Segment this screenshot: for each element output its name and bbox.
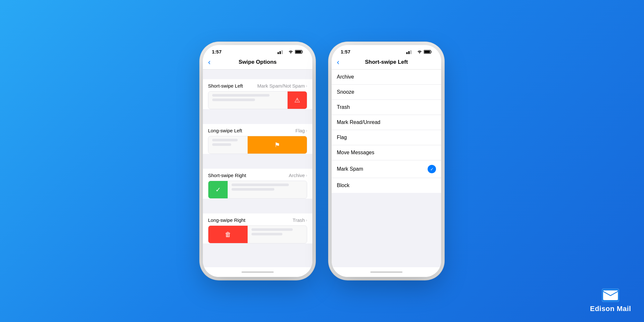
mail-icon: [602, 289, 619, 302]
preview-lines-1: [208, 91, 288, 104]
nav-bar-right: ‹ Short-swipe Left: [332, 57, 441, 70]
list-section: Archive Snooze Trash Mark Read/Unread Fl…: [332, 70, 441, 193]
short-swipe-left-action: ⚠: [288, 91, 307, 109]
battery-icon-left: [295, 50, 303, 54]
list-item-block-label: Block: [337, 183, 349, 188]
svg-rect-6: [406, 52, 408, 54]
long-swipe-right-header[interactable]: Long-swipe Right Trash ›: [203, 213, 312, 225]
chevron-icon-3: ›: [306, 173, 307, 178]
long-swipe-right-label: Long-swipe Right: [208, 217, 245, 223]
list-item-mark-read[interactable]: Mark Read/Unread: [332, 115, 441, 130]
status-icons-right: [406, 50, 432, 54]
back-button-left[interactable]: ‹: [208, 58, 211, 67]
svg-rect-2: [281, 50, 283, 54]
long-swipe-left-value: Flag ›: [295, 128, 307, 133]
long-swipe-left-group: Long-swipe Left Flag › ⚑: [203, 124, 312, 154]
long-swipe-left-preview: ⚑: [208, 136, 307, 154]
short-swipe-left-label: Short-swipe Left: [208, 83, 243, 89]
preview-content-3: [228, 181, 307, 198]
list-item-move-messages-label: Move Messages: [337, 150, 374, 156]
nav-title-left: Swipe Options: [239, 59, 277, 65]
svg-rect-4: [302, 51, 303, 52]
svg-rect-7: [408, 51, 410, 54]
phone-right: 1:57 ‹: [332, 45, 441, 277]
long-swipe-left-header[interactable]: Long-swipe Left Flag ›: [203, 124, 312, 136]
nav-title-right: Short-swipe Left: [365, 59, 408, 65]
signal-bars-right: [406, 50, 415, 54]
status-icons-left: [278, 50, 303, 54]
list-item-trash-label: Trash: [337, 104, 350, 110]
home-indicator-left: [203, 267, 312, 277]
back-button-right[interactable]: ‹: [337, 58, 339, 67]
preview-content-4: [248, 226, 307, 243]
trash-icon: 🗑: [225, 231, 231, 238]
content-right: Archive Snooze Trash Mark Read/Unread Fl…: [332, 70, 441, 267]
list-item-trash[interactable]: Trash: [332, 100, 441, 115]
long-swipe-left-action: ⚑: [248, 136, 307, 154]
preview-lines-3: [228, 181, 307, 193]
wifi-icon-left: [288, 50, 293, 54]
chevron-icon-4: ›: [306, 218, 307, 223]
short-swipe-right-value: Archive ›: [289, 173, 307, 178]
svg-rect-10: [431, 51, 432, 52]
long-swipe-right-group: Long-swipe Right Trash › 🗑: [203, 213, 312, 243]
svg-rect-11: [424, 51, 430, 53]
list-item-flag-label: Flag: [337, 135, 347, 140]
brand-name-label: Edison Mail: [590, 305, 631, 313]
long-swipe-right-preview: 🗑: [208, 225, 307, 243]
nav-bar-left: ‹ Swipe Options: [203, 57, 312, 70]
branding: Edison Mail: [590, 289, 631, 313]
battery-icon-right: [424, 50, 432, 54]
selected-checkmark: ✓: [428, 165, 436, 173]
list-item-move-messages[interactable]: Move Messages: [332, 145, 441, 160]
preview-line-1a: [212, 94, 270, 97]
section-gap-1: [203, 70, 312, 79]
warning-icon: ⚠: [294, 96, 300, 104]
short-swipe-left-group: Short-swipe Left Mark Spam/Not Spam › ⚠: [203, 79, 312, 109]
list-item-snooze-label: Snooze: [337, 89, 354, 95]
status-time-left: 1:57: [212, 49, 222, 54]
list-item-mark-spam[interactable]: Mark Spam ✓: [332, 160, 441, 178]
preview-line-3a: [232, 184, 289, 186]
list-item-archive[interactable]: Archive: [332, 70, 441, 85]
preview-line-4a: [251, 228, 293, 231]
list-item-flag[interactable]: Flag: [332, 130, 441, 145]
home-bar-right: [370, 271, 402, 273]
short-swipe-right-action: ✓: [208, 181, 228, 198]
short-swipe-right-header[interactable]: Short-swipe Right Archive ›: [203, 169, 312, 181]
preview-line-4b: [251, 233, 282, 235]
svg-rect-1: [279, 51, 281, 54]
preview-line-3b: [232, 188, 274, 191]
long-swipe-right-action: 🗑: [208, 226, 248, 243]
chevron-icon-2: ›: [306, 128, 307, 133]
list-item-block[interactable]: Block: [332, 178, 441, 193]
preview-lines-4: [248, 226, 307, 238]
short-swipe-right-group: Short-swipe Right Archive › ✓: [203, 169, 312, 199]
status-bar-right: 1:57: [332, 45, 441, 57]
section-gap-5: [203, 249, 312, 258]
phones-container: 1:57 ‹: [203, 45, 441, 277]
svg-rect-8: [410, 50, 412, 54]
short-swipe-right-label: Short-swipe Right: [208, 173, 246, 178]
home-bar-left: [242, 271, 274, 273]
phone-left: 1:57 ‹: [203, 45, 312, 277]
long-swipe-right-value: Trash ›: [293, 217, 307, 223]
short-swipe-left-preview: ⚠: [208, 91, 307, 109]
preview-content-1: [208, 91, 288, 109]
checkmark-symbol: ✓: [430, 167, 434, 172]
preview-line-1b: [212, 99, 255, 101]
preview-line-2b: [212, 143, 231, 146]
list-item-snooze[interactable]: Snooze: [332, 85, 441, 100]
short-swipe-right-preview: ✓: [208, 181, 307, 199]
section-gap-2: [203, 114, 312, 124]
status-time-right: 1:57: [341, 49, 350, 54]
home-indicator-right: [332, 267, 441, 277]
wifi-icon-right: [417, 50, 422, 54]
flag-icon: ⚑: [274, 141, 280, 149]
list-item-mark-read-label: Mark Read/Unread: [337, 119, 380, 125]
list-item-archive-label: Archive: [337, 74, 354, 80]
status-bar-left: 1:57: [203, 45, 312, 57]
section-gap-4: [203, 204, 312, 213]
short-swipe-left-header[interactable]: Short-swipe Left Mark Spam/Not Spam ›: [203, 79, 312, 91]
section-gap-3: [203, 159, 312, 169]
